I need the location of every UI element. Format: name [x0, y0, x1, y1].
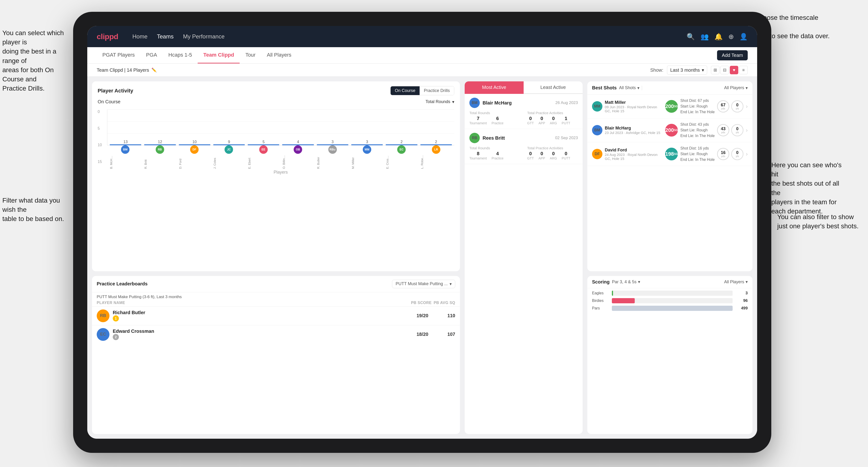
x-avatar-0: BM: [121, 145, 129, 154]
sub-nav-all-players[interactable]: All Players: [261, 47, 297, 63]
tile-view-button[interactable]: ⊟: [720, 66, 729, 74]
birdies-bar: [612, 298, 635, 303]
most-active-card: Most Active Least Active BM Blair McHarg…: [465, 81, 583, 434]
practice-activities-mcHarg: Total Practice Activities 0 GTT 0 APP: [527, 111, 578, 125]
activity-sub-header: On Course Total Rounds ▾: [92, 99, 460, 107]
score-crossman-pb: 18/20: [405, 332, 428, 337]
sub-nav-hcaps[interactable]: Hcaps 1-5: [163, 47, 198, 63]
player-avatar-crossman: EC: [97, 328, 110, 341]
rounds-label-2: Total Rounds: [469, 146, 520, 150]
people-icon[interactable]: 👥: [701, 33, 709, 40]
time-filter-dropdown[interactable]: Last 3 months ▾: [667, 66, 707, 74]
metric-dist-ford: 16 yds: [717, 148, 729, 160]
bar-line-6: [317, 144, 348, 145]
team-name-label: Team Clippd | 14 Players ✏️: [97, 67, 157, 73]
putt-stat-2: 0 PUTT: [562, 151, 570, 160]
on-course-label: On Course: [98, 99, 121, 104]
leaderboard-filter-dropdown[interactable]: PUTT Must Make Putting ... ▾: [392, 280, 455, 288]
best-shots-card: Best Shots All Shots ▾ All Players ▾: [587, 81, 752, 271]
add-team-button[interactable]: Add Team: [717, 50, 748, 60]
shot-badge-miller: 200 SG: [665, 100, 678, 113]
annotation-top-left: You can select which player isdoing the …: [2, 28, 71, 93]
nav-my-performance[interactable]: My Performance: [183, 33, 224, 40]
practice-act-row: 0 GTT 0 APP 0 ARG: [527, 116, 578, 125]
leaderboard-columns: PLAYER NAME PB SCORE PB AVG SQ: [92, 301, 460, 306]
bar-line-7: [351, 144, 383, 145]
annotation-right-mid: Here you can see who's hitthe best shots…: [771, 160, 847, 216]
shot-row-mcharg[interactable]: BM Blair McHarg 23 Jul 2023 · Ashridge G…: [587, 118, 752, 142]
scoring-players-filter[interactable]: All Players ▾: [724, 279, 748, 284]
activity-date-mcHarg: 26 Aug 2023: [555, 100, 578, 105]
bar-line-1: [144, 144, 176, 145]
rounds-group-mcHarg: Total Rounds 7 Tournament 6 Practice: [469, 111, 520, 125]
bar-group-2: 10: [179, 140, 210, 145]
pars-label: Pars: [592, 306, 609, 310]
all-players-filter[interactable]: All Players ▾: [724, 85, 748, 91]
sub-nav-pgat[interactable]: PGAT Players: [97, 47, 140, 63]
sub-nav-pga[interactable]: PGA: [140, 47, 162, 63]
grid-view-button[interactable]: ⊞: [711, 66, 719, 74]
score-crossman-avg: 107: [432, 332, 455, 337]
player-info-crossman: Edward Crossman 2: [113, 329, 401, 340]
y-axis: 15 10 5 0: [98, 110, 107, 176]
chart-area: 1312109543322 BMB. McHargRBR. BrittDFD. …: [107, 110, 454, 176]
shot-row-miller[interactable]: MM Matt Miller 09 Jun 2023 · Royal North…: [587, 95, 752, 118]
edit-team-icon[interactable]: ✏️: [151, 67, 157, 73]
arg-stat: 0 ARG: [550, 116, 557, 125]
bar-group-3: 9: [213, 140, 245, 145]
sub-nav: PGAT Players PGA Hcaps 1-5 Team Clippd T…: [87, 47, 757, 64]
chevron-down-icon: ▾: [702, 67, 704, 73]
player-avatar-butler: RB: [97, 309, 110, 322]
activity-toggle: On Course Practice Drills: [390, 86, 454, 95]
col-pb-avg: PB AVG SQ: [432, 301, 455, 305]
leaderboard-row-1: RB Richard Butler 1 19/20 110: [92, 306, 460, 325]
shot-info-ford: David Ford 24 Aug 2023 · Royal North Dev…: [605, 148, 663, 161]
shot-details-miller: Shot Dist: 67 yds Start Lie: Rough End L…: [680, 98, 715, 115]
shot-badge-ford: 198 SG: [665, 148, 678, 160]
shot-metrics-ford: 16 yds 0 yls: [717, 148, 743, 160]
least-active-tab[interactable]: Least Active: [524, 81, 583, 94]
x-label-9: LRL. Robertson: [420, 145, 452, 169]
x-label-4: EEE. Ebert: [248, 145, 279, 169]
activity-player-header-1: BM Blair McHarg 26 Aug 2023: [469, 98, 578, 108]
x-label-1: RBR. Britt: [144, 145, 176, 169]
bell-icon[interactable]: 🔔: [714, 33, 723, 40]
search-icon[interactable]: 🔍: [687, 33, 695, 40]
leaderboard-header: Practice Leaderboards PUTT Must Make Put…: [92, 276, 460, 292]
most-active-tab[interactable]: Most Active: [465, 81, 524, 94]
team-header-bar: Team Clippd | 14 Players ✏️ Show: Last 3…: [87, 64, 757, 76]
practice-leaderboards-card: Practice Leaderboards PUTT Must Make Put…: [92, 276, 460, 434]
add-circle-icon[interactable]: ⊕: [728, 33, 734, 40]
scoring-body: Eagles 3 Birdies 96: [587, 288, 752, 316]
sub-nav-tour[interactable]: Tour: [240, 47, 261, 63]
shot-row-ford[interactable]: DF David Ford 24 Aug 2023 · Royal North …: [587, 142, 752, 166]
all-shots-filter[interactable]: All Shots ▾: [619, 85, 639, 91]
leaderboard-row-2: EC Edward Crossman 2 18/20 107: [92, 325, 460, 344]
total-rounds-dropdown[interactable]: Total Rounds ▾: [426, 99, 454, 104]
chevron-down-icon: ▾: [637, 85, 640, 91]
right-panel: Best Shots All Shots ▾ All Players ▾: [587, 81, 752, 434]
activity-avatar-britt: RB: [469, 133, 480, 143]
x-avatar-1: RB: [156, 145, 164, 154]
user-avatar-icon[interactable]: 👤: [739, 33, 748, 40]
scoring-par-filter[interactable]: Par 3, 4 & 5s ▾: [612, 279, 640, 284]
list-view-button[interactable]: ≡: [739, 66, 748, 74]
on-course-toggle[interactable]: On Course: [391, 86, 420, 95]
practice-drills-toggle[interactable]: Practice Drills: [420, 86, 454, 95]
heart-view-button[interactable]: ♥: [730, 66, 738, 74]
sub-nav-team-clippd[interactable]: Team Clippd: [198, 47, 240, 63]
bar-line-8: [385, 144, 417, 145]
activity-title: Player Activity: [98, 88, 133, 94]
x-avatar-2: DF: [190, 145, 198, 154]
score-butler-pb: 19/20: [405, 313, 428, 318]
practice-stat-2: 4 Practice: [492, 151, 503, 160]
putt-stat: 1 PUTT: [562, 116, 570, 125]
player-name-crossman: Edward Crossman: [113, 329, 401, 334]
activity-name-britt: Rees Britt: [483, 135, 505, 141]
rounds-label: Total Rounds: [469, 111, 520, 115]
leaderboard-title: Practice Leaderboards: [97, 281, 148, 286]
nav-teams[interactable]: Teams: [157, 33, 174, 40]
metric-zero-miller: 0 yls: [731, 100, 743, 113]
nav-home[interactable]: Home: [132, 33, 148, 40]
x-avatar-8: EC: [397, 145, 406, 154]
